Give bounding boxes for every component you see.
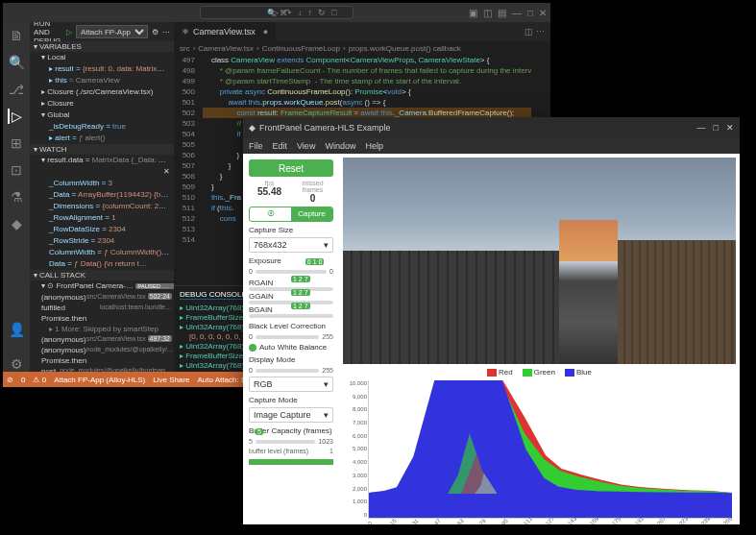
capture-option[interactable]: Capture xyxy=(291,207,332,221)
misc-icon[interactable]: ◆ xyxy=(12,216,22,231)
scope-closure[interactable]: ▸ Closure (./src/CameraView.tsx) xyxy=(30,86,174,98)
missed-label: missed frames xyxy=(292,180,333,193)
split-icon[interactable]: ◫ ⋯ xyxy=(524,27,545,36)
gear-icon[interactable]: ⚙ xyxy=(152,28,159,36)
restart-icon[interactable]: ↻ xyxy=(318,8,326,17)
watch-row[interactable]: ColumnWidth = ƒ ColumnWidth() {\n … xyxy=(30,247,174,258)
reset-button[interactable]: Reset xyxy=(249,159,333,177)
app-icon: ◆ xyxy=(249,123,256,133)
menu-window[interactable]: Window xyxy=(325,141,355,151)
menu-edit[interactable]: Edit xyxy=(273,141,288,151)
variables-header[interactable]: VARIABLES xyxy=(30,41,174,52)
callstack-frame[interactable]: Promise.then xyxy=(30,355,174,366)
dmode-slider[interactable] xyxy=(256,369,319,373)
close-icon[interactable]: ✕ xyxy=(539,8,547,18)
tab-bar: ⚛ CameraView.tsx ● ◫ ⋯ xyxy=(174,22,550,41)
sidebar-icon[interactable]: ▤ xyxy=(498,8,506,18)
menu-help[interactable]: Help xyxy=(365,141,383,151)
watch-row[interactable]: _RowDataSize = 2304 xyxy=(30,224,174,235)
minimize-icon[interactable]: — xyxy=(512,8,522,18)
debug-toolbar: ▷ ↷ ↓ ↑ ↻ □ xyxy=(272,8,336,17)
thread-row[interactable]: ▾ ⊙ FrontPanel Camera-… PAUSED ON BREAKP… xyxy=(30,280,174,292)
continuous-option[interactable]: ⦿ Continuous xyxy=(250,207,291,221)
step-into-icon[interactable]: ↓ xyxy=(298,8,303,17)
status-item[interactable]: ⊘ xyxy=(7,376,13,384)
var-row[interactable]: _isDebugReady = true xyxy=(30,121,174,133)
scope-local[interactable]: ▾ Local xyxy=(30,52,174,63)
fp-titlebar: ◆ FrontPanel Camera-HLS Example — □ ✕ xyxy=(243,117,740,138)
var-row[interactable]: ▸ this = CameraView xyxy=(30,75,174,86)
continue-icon[interactable]: ▷ xyxy=(272,8,279,17)
account-icon[interactable]: 👤 xyxy=(9,322,25,337)
svg-marker-2 xyxy=(369,383,732,518)
callstack-frame[interactable]: fulfilledlocalhost:team.bundle… xyxy=(30,303,174,313)
fps-label: fps xyxy=(249,180,290,186)
debug-console-tab[interactable]: DEBUG CONSOLE xyxy=(180,290,247,300)
extensions-icon[interactable]: ⊞ xyxy=(11,135,22,151)
watch-row[interactable]: _Data = ArrayBuffer(1194432) {byteL… xyxy=(30,189,174,201)
exposure-slider[interactable]: 0 1 0 xyxy=(256,270,327,274)
watch-row[interactable]: ▾ result.data = MatrixData {_Data: A… ✕ xyxy=(30,155,174,178)
buf-slider[interactable]: 5 xyxy=(256,440,316,444)
scope-closure[interactable]: ▸ Closure xyxy=(30,98,174,109)
activity-bar: 🗎 🔍 ⎇ ▷ ⊞ ⊡ ⚗ ◆ 👤 ⚙ xyxy=(3,22,30,372)
dmode-select[interactable]: RGB xyxy=(249,377,333,392)
minimize-icon[interactable]: — xyxy=(697,123,706,133)
bgain-slider[interactable]: 1 2 7 xyxy=(249,314,333,318)
test-icon[interactable]: ⚗ xyxy=(11,189,23,205)
scope-global[interactable]: ▾ Global xyxy=(30,109,174,121)
maximize-icon[interactable]: □ xyxy=(714,123,719,133)
maximize-icon[interactable]: □ xyxy=(527,8,533,18)
callstack-frame[interactable]: (anonymous)src/CameraView.tsx 497:32 xyxy=(30,334,174,345)
watch-row[interactable]: Data = ƒ Data() {\n return t… xyxy=(30,258,174,270)
var-row[interactable]: ▸ result = {result: 0, data: MatrixData} xyxy=(30,63,174,75)
scm-icon[interactable]: ⎇ xyxy=(9,82,24,97)
watch-header[interactable]: WATCH xyxy=(30,144,174,155)
config-select[interactable]: Attach FP-App xyxy=(76,25,148,38)
panel-icon[interactable]: ◫ xyxy=(483,8,492,18)
stop-icon[interactable]: □ xyxy=(331,8,336,17)
status-item[interactable]: Attach FP-App (Alloy-HLS) xyxy=(54,376,145,384)
callstack-frame[interactable]: Promise.then xyxy=(30,313,174,324)
status-item[interactable]: Live Share xyxy=(153,376,189,384)
editor-tab[interactable]: ⚛ CameraView.tsx ● xyxy=(174,22,276,41)
watch-row[interactable]: _Dimensions = {columnCount: 2304, row… xyxy=(30,201,174,212)
close-icon[interactable]: ✕ xyxy=(726,123,734,133)
callstack-header[interactable]: CALL STACK xyxy=(30,270,174,280)
histogram-chart: 10,0009,0008,0007,0006,0005,0004,0003,00… xyxy=(368,380,732,519)
missed-value: 0 xyxy=(292,193,333,204)
var-row[interactable]: ▸ alert = ƒ alert() xyxy=(30,133,174,144)
frontpanel-window: ◆ FrontPanel Camera-HLS Example — □ ✕ Fi… xyxy=(243,117,740,524)
debug-sidebar: RUN AND DEBUG ▷ Attach FP-App ⚙ ⋯ VARIAB… xyxy=(30,22,174,372)
watch-row[interactable]: _RowStride = 2304 xyxy=(30,235,174,247)
more-icon[interactable]: ⋯ xyxy=(162,28,170,36)
awb-checkbox[interactable]: Auto White Balance xyxy=(249,343,333,352)
mode-toggle[interactable]: ⦿ Continuous Capture xyxy=(249,207,333,222)
step-over-icon[interactable]: ↷ xyxy=(284,8,292,17)
explorer-icon[interactable]: 🗎 xyxy=(10,28,23,43)
buflvl-label: buffer level (frames) xyxy=(249,448,308,454)
search-icon[interactable]: 🔍 xyxy=(9,55,25,70)
cmode-select[interactable]: Image Capture xyxy=(249,407,333,423)
callstack-frame[interactable]: (anonymous)node_modules/@opalkelly/… xyxy=(30,345,174,355)
blc-slider[interactable] xyxy=(256,335,319,339)
remote-icon[interactable]: ⊡ xyxy=(11,162,22,178)
menu-view[interactable]: View xyxy=(297,141,315,151)
step-out-icon[interactable]: ↑ xyxy=(308,8,313,17)
layout-icon[interactable]: ▣ xyxy=(469,8,477,18)
breadcrumbs[interactable]: src›CameraView.tsx›ContinuousFrameLoop›p… xyxy=(174,41,550,55)
watch-row[interactable]: _RowAlignment = 1 xyxy=(30,212,174,224)
react-icon: ⚛ xyxy=(182,27,189,36)
callstack-frame[interactable]: ▸ 1 More: Skipped by smartStep xyxy=(30,324,174,334)
callstack-frame[interactable]: (anonymous)src/CameraView.tsx 502:24 xyxy=(30,292,174,303)
debug-icon[interactable]: ▷ xyxy=(8,109,22,124)
watch-row[interactable]: _ColumnWidth = 3 xyxy=(30,178,174,189)
capsize-select[interactable]: 768x432 xyxy=(249,237,333,253)
menu-file[interactable]: File xyxy=(249,141,263,151)
start-icon[interactable]: ▷ xyxy=(66,28,72,36)
buffer-meter xyxy=(249,459,333,465)
status-item[interactable]: ⚠ 0 xyxy=(33,376,46,384)
fps-value: 55.48 xyxy=(249,186,290,197)
settings-icon[interactable]: ⚙ xyxy=(11,356,23,372)
status-item[interactable]: 0 xyxy=(21,376,25,384)
